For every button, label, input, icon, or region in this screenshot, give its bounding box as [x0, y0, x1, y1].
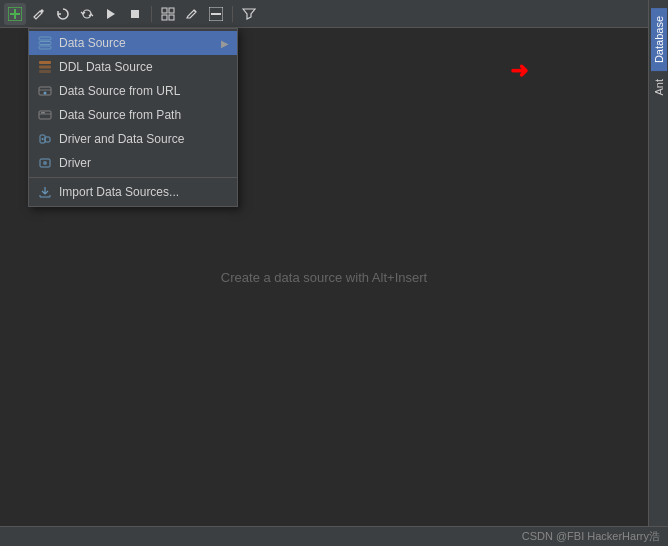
menu-item-driver[interactable]: Driver	[29, 151, 237, 175]
svg-line-9	[194, 10, 196, 12]
svg-rect-7	[162, 15, 167, 20]
svg-rect-4	[131, 10, 139, 18]
svg-marker-3	[107, 9, 115, 19]
svg-rect-14	[39, 46, 51, 49]
minus-button[interactable]	[205, 3, 227, 25]
filter-button[interactable]	[238, 3, 260, 25]
ddl-data-source-icon	[37, 59, 53, 75]
refresh-button[interactable]	[52, 3, 74, 25]
bottom-bar: CSDN @FBI HackerHarry浩	[0, 526, 668, 546]
edit-button[interactable]	[28, 3, 50, 25]
driver-icon	[37, 155, 53, 171]
data-source-url-icon	[37, 83, 53, 99]
menu-item-ddl-label: DDL Data Source	[59, 60, 229, 74]
toolbar-separator-2	[232, 6, 233, 22]
menu-item-data-source-url[interactable]: Data Source from URL	[29, 79, 237, 103]
tab-ant[interactable]: Ant	[651, 71, 667, 104]
menu-item-data-source-label: Data Source	[59, 36, 221, 50]
tab-database-label: Database	[653, 16, 665, 63]
menu-item-import[interactable]: Import Data Sources...	[29, 180, 237, 204]
svg-rect-12	[39, 37, 51, 40]
svg-rect-17	[39, 70, 51, 73]
menu-item-data-source-path[interactable]: Data Source from Path	[29, 103, 237, 127]
toolbar	[0, 0, 668, 28]
bottom-credit: CSDN @FBI HackerHarry浩	[522, 529, 660, 544]
menu-item-driver-and-data-source[interactable]: Driver and Data Source	[29, 127, 237, 151]
stop-button[interactable]	[124, 3, 146, 25]
menu-separator	[29, 177, 237, 178]
svg-rect-5	[162, 8, 167, 13]
svg-rect-1	[14, 9, 16, 19]
import-icon	[37, 184, 53, 200]
menu-item-url-label: Data Source from URL	[59, 84, 229, 98]
driver-and-data-source-icon	[37, 131, 53, 147]
svg-rect-10	[211, 13, 221, 15]
tab-database[interactable]: Database	[651, 8, 667, 71]
svg-rect-13	[39, 42, 51, 45]
add-button[interactable]	[4, 3, 26, 25]
data-source-icon	[37, 35, 53, 51]
main-placeholder: Create a data source with Alt+Insert	[221, 270, 427, 285]
menu-item-ddl-data-source[interactable]: DDL Data Source	[29, 55, 237, 79]
svg-rect-25	[45, 137, 50, 142]
svg-point-28	[43, 161, 47, 165]
pencil-button[interactable]	[181, 3, 203, 25]
menu-item-import-label: Import Data Sources...	[59, 185, 229, 199]
dropdown-menu: Data Source ▶ DDL Data Source Data Sourc…	[28, 28, 238, 207]
submenu-arrow: ▶	[221, 38, 229, 49]
svg-rect-15	[39, 61, 51, 64]
svg-point-20	[44, 92, 47, 95]
svg-rect-23	[41, 112, 45, 114]
data-source-path-icon	[37, 107, 53, 123]
annotation-arrow: ➜	[510, 58, 528, 84]
run-button[interactable]	[100, 3, 122, 25]
svg-rect-21	[39, 111, 51, 119]
menu-item-path-label: Data Source from Path	[59, 108, 229, 122]
tab-ant-label: Ant	[653, 79, 665, 96]
menu-item-data-source[interactable]: Data Source ▶	[29, 31, 237, 55]
svg-point-26	[42, 138, 44, 140]
toolbar-separator-1	[151, 6, 152, 22]
svg-rect-6	[169, 8, 174, 13]
grid-button[interactable]	[157, 3, 179, 25]
right-sidebar: Database Ant	[648, 0, 668, 546]
svg-rect-16	[39, 66, 51, 69]
sync-button[interactable]	[76, 3, 98, 25]
menu-item-driver-label: Driver	[59, 156, 229, 170]
svg-rect-8	[169, 15, 174, 20]
menu-item-driver-ds-label: Driver and Data Source	[59, 132, 229, 146]
